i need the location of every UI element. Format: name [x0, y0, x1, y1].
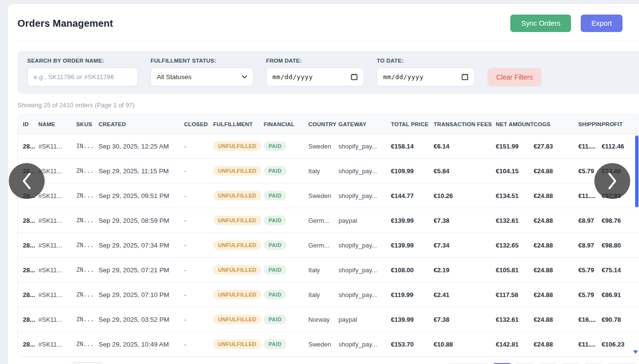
cell-skus: ZN...	[76, 307, 99, 332]
cell-gateway: paypal	[338, 307, 391, 332]
cell-created: Sep 29, 2025, 08:59 PM	[99, 208, 184, 233]
cell-total_price: €139.99	[391, 233, 434, 258]
cell-skus: ZN...	[76, 159, 99, 183]
cell-financial: PAID	[264, 134, 308, 159]
orders-management-card: Orders Management Sync Orders Export SEA…	[8, 4, 639, 364]
cell-country: Italy	[308, 258, 338, 282]
cell-skus: ZN...	[76, 183, 99, 208]
cell-cogs: €24.88	[534, 282, 578, 307]
cell-fulfillment: UNFULFILLED	[213, 233, 264, 258]
table-scrollbar-thumb[interactable]	[635, 135, 639, 207]
page-title: Orders Management	[17, 18, 113, 29]
table-row: 28...#SK11...ZN...Sep 29, 2025, 07:34 PM…	[18, 233, 639, 258]
cell-gateway: shopify_pay...	[338, 159, 391, 183]
cell-skus: IN...	[76, 134, 99, 159]
from-date-input[interactable]: mm/dd/yyyy	[266, 67, 364, 86]
cell-transaction_fees: €6.14	[434, 134, 496, 159]
column-header-skus: SKUS	[76, 115, 99, 134]
column-header-fulfillment: FULFILLMENT	[213, 115, 264, 134]
cell-cogs: €27.83	[534, 134, 578, 159]
cell-financial: PAID	[264, 307, 308, 332]
cell-profit: €98.76	[602, 208, 639, 233]
cell-gateway: shopify_pay...	[338, 183, 391, 208]
column-header-name: NAME	[38, 115, 76, 134]
cell-closed: -	[184, 332, 213, 357]
cell-id: 28...	[18, 134, 38, 159]
cell-fulfillment: UNFULFILLED	[213, 258, 264, 282]
financial-status-badge: PAID	[264, 141, 286, 151]
cell-closed: -	[184, 208, 213, 233]
cell-name: #SK11...	[38, 258, 76, 282]
cell-created: Sep 29, 2025, 03:52 PM	[99, 307, 184, 332]
cell-transaction_fees: €5.84	[434, 159, 496, 183]
fulfillment-status-badge: UNFULFILLED	[213, 240, 261, 250]
cell-transaction_fees: €10.88	[434, 332, 496, 357]
cell-shipping: €11....	[578, 134, 602, 159]
sync-orders-button[interactable]: Sync Orders	[510, 15, 571, 32]
cell-transaction_fees: €7.34	[434, 233, 496, 258]
financial-status-badge: PAID	[264, 265, 286, 275]
cell-total_price: €144.77	[391, 183, 434, 208]
cell-created: Sep 30, 2025, 12:25 AM	[99, 134, 184, 159]
column-header-financial: FINANCIAL	[264, 115, 308, 134]
header-actions: Sync Orders Export	[510, 15, 622, 32]
cell-cogs: €24.88	[534, 159, 578, 183]
cell-cogs: €24.88	[534, 183, 578, 208]
cell-fulfillment: UNFULFILLED	[213, 282, 264, 307]
chevron-left-icon	[21, 172, 32, 190]
table-row: 28...#SK11...ZN...Sep 29, 2025, 11:15 PM…	[18, 159, 639, 183]
export-button[interactable]: Export	[581, 15, 622, 32]
cell-fulfillment: UNFULFILLED	[213, 134, 264, 159]
calendar-icon[interactable]	[351, 73, 358, 81]
cell-country: Italy	[308, 282, 338, 307]
cell-name: #SK11...	[38, 208, 76, 233]
cell-country: Italy	[308, 159, 338, 183]
fulfillment-status-badge: UNFULFILLED	[213, 265, 261, 275]
cell-profit: €86.91	[602, 282, 639, 307]
cell-profit: €90.78	[602, 307, 639, 332]
column-header-closed: CLOSED	[184, 115, 213, 134]
clear-filters-button[interactable]: Clear Filters	[488, 68, 541, 86]
cell-closed: -	[184, 258, 213, 282]
cell-country: Germ...	[308, 208, 338, 233]
cell-id: 28...	[18, 307, 38, 332]
carousel-next-button[interactable]	[594, 163, 630, 199]
cell-closed: -	[184, 233, 213, 258]
cell-id: 28...	[18, 208, 38, 233]
cell-gateway: paypal	[338, 208, 391, 233]
column-header-shipping: SHIPPING	[578, 115, 602, 134]
search-field-group: SEARCH BY ORDER NAME:	[27, 58, 138, 86]
cell-name: #SK11...	[38, 233, 76, 258]
cell-id: 28...	[18, 332, 38, 357]
scrollbar-down-arrow-icon[interactable]	[633, 350, 638, 354]
fulfillment-status-badge: UNFULFILLED	[213, 290, 261, 299]
search-input[interactable]	[27, 67, 138, 86]
cell-cogs: €24.88	[534, 332, 578, 357]
chevron-right-icon	[607, 172, 618, 190]
cell-skus: ZN...	[76, 282, 99, 307]
cell-gateway: shopify_pay...	[338, 282, 391, 307]
orders-table-container: IDNAMESKUSCREATEDCLOSEDFULFILLMENTFINANC…	[17, 115, 639, 357]
column-header-total_price: TOTAL PRICE	[391, 115, 434, 134]
cell-net_amount: €142.81	[496, 332, 534, 357]
cell-cogs: €24.88	[534, 307, 578, 332]
status-label: FULFILLMENT STATUS:	[151, 58, 253, 64]
fulfillment-status-value: All Statuses	[157, 73, 191, 81]
cell-net_amount: €117.58	[496, 282, 534, 307]
calendar-icon[interactable]	[461, 73, 469, 81]
cell-net_amount: €104.15	[496, 159, 534, 183]
cell-created: Sep 29, 2025, 07:10 PM	[99, 282, 184, 307]
from-date-value: mm/dd/yyyy	[272, 73, 313, 81]
column-header-profit: PROFIT	[602, 115, 639, 134]
fulfillment-status-select[interactable]: All Statuses	[151, 67, 253, 86]
cell-total_price: €139.99	[391, 208, 434, 233]
table-header-row: IDNAMESKUSCREATEDCLOSEDFULFILLMENTFINANC…	[18, 115, 639, 134]
cell-skus: ZN...	[76, 332, 99, 357]
carousel-previous-button[interactable]	[9, 163, 45, 199]
cell-profit: €75.14	[602, 258, 639, 282]
column-header-transaction_fees: TRANSACTION FEES	[434, 115, 496, 134]
from-date-label: FROM DATE:	[266, 58, 364, 64]
cell-net_amount: €132.61	[496, 307, 534, 332]
cell-cogs: €24.88	[534, 233, 578, 258]
to-date-input[interactable]: mm/dd/yyyy	[377, 67, 475, 86]
